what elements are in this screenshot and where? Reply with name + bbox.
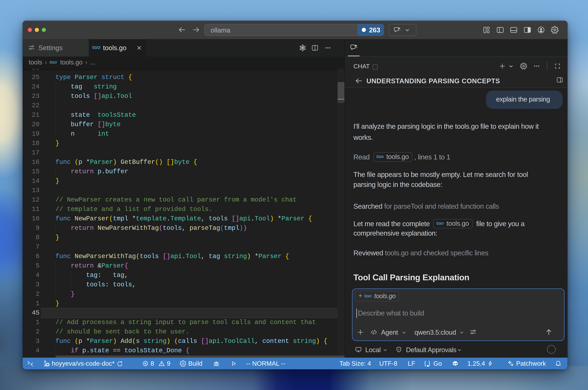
svg-text:GO: GO — [52, 60, 57, 64]
svg-text:}: } — [428, 360, 430, 366]
svg-text:GO: GO — [94, 46, 100, 50]
svg-text:GO: GO — [366, 294, 372, 298]
svg-text:GO: GO — [439, 222, 444, 225]
svg-text:{: { — [424, 360, 426, 366]
svg-text:GO: GO — [378, 155, 384, 159]
